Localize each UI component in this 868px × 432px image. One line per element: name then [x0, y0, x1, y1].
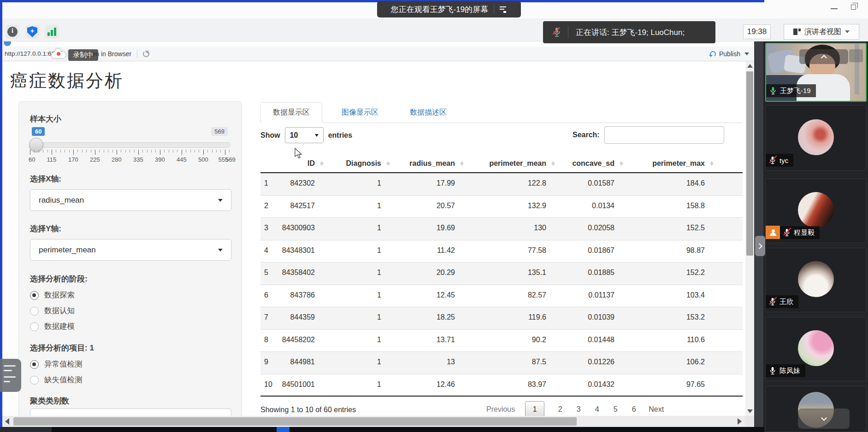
shield-extension-button[interactable] [25, 25, 39, 39]
publish-button[interactable]: Publish [710, 47, 749, 61]
stage-label: 选择分析的阶段: [30, 274, 88, 284]
scroll-down-arrow-icon[interactable] [747, 409, 753, 413]
restore-window-icon[interactable] [851, 5, 856, 10]
notes-panel-handle[interactable] [0, 359, 21, 392]
collapse-videos-button[interactable] [799, 49, 848, 64]
scroll-right-arrow-icon[interactable] [738, 418, 742, 425]
participant-name: tyc [779, 157, 788, 164]
sample-size-slider-track[interactable] [30, 142, 230, 148]
meeting-clock: 19:38 [743, 24, 771, 39]
refresh-icon[interactable] [143, 51, 149, 57]
view-mode-dropdown[interactable]: 演讲者视图 [784, 24, 859, 40]
slider-tick-labels: 60 115 170 225 280 335 390 445 500 555 5… [30, 156, 230, 163]
table-cell: 19.69 [394, 218, 468, 240]
page-button[interactable]: 5 [606, 405, 625, 414]
page-button[interactable]: 6 [625, 405, 643, 414]
previous-page-button[interactable]: Previous [486, 405, 515, 414]
mic-on-green-icon [769, 86, 777, 95]
table-cell: 12.46 [394, 374, 468, 396]
entries-label: entries [328, 131, 352, 140]
now-speaking-text: 正在讲话: 王梦飞-19; LuoChun; [576, 27, 685, 38]
minimize-icon[interactable] [831, 8, 838, 9]
table-cell: 152.2 [627, 263, 718, 285]
banner-menu-icon[interactable] [500, 6, 507, 12]
page-button[interactable]: 3 [569, 405, 588, 414]
slider-max-badge: 569 [211, 127, 228, 136]
participant-tile-chenfengmei[interactable]: 陈凤妹 [765, 317, 867, 381]
horizontal-scrollbar[interactable] [2, 416, 745, 427]
participant-name-tag: 陈凤妹 [766, 364, 805, 377]
table-cell: 135.1 [468, 263, 559, 285]
bottom-edge-strip [0, 427, 764, 432]
search-control: Search: [573, 126, 724, 144]
table-cell: 1 [260, 173, 277, 195]
scroll-left-arrow-icon[interactable] [5, 418, 9, 425]
table-cell: 1 [328, 263, 394, 285]
next-page-button[interactable]: Next [649, 405, 664, 414]
vertical-scrollbar[interactable] [745, 61, 754, 416]
x-axis-value: radius_mean [39, 196, 84, 205]
column-header-radius_mean[interactable]: radius_mean [394, 154, 468, 172]
scroll-up-arrow-icon[interactable] [747, 64, 753, 68]
table-row: 984498111387.50.01226106.2 [260, 352, 743, 374]
page-button[interactable]: 4 [588, 405, 606, 414]
table-cell: 0.01039 [559, 307, 627, 329]
scroll-more-participants-button[interactable] [798, 409, 850, 429]
radio-data-exploration[interactable]: 数据探索 [30, 290, 75, 301]
page-button-current[interactable]: 1 [525, 401, 544, 416]
tab-data-description[interactable]: 数据描述区 [398, 102, 459, 123]
radio-data-modeling[interactable]: 数据建模 [30, 321, 75, 332]
page-button[interactable]: 2 [551, 405, 569, 414]
vertical-scrollbar-thumb[interactable] [746, 71, 753, 256]
watching-screen-text: 您正在观看王梦飞-19的屏幕 [391, 4, 489, 15]
tab-plot-display[interactable]: 图像显示区 [330, 102, 390, 123]
sidebar-panel: 样本大小 60 569 60 115 170 225 280 335 390 4… [18, 101, 242, 416]
shiny-app-viewport: 癌症数据分析 样本大小 60 569 60 115 170 225 280 33… [2, 61, 745, 416]
cluster-count-input[interactable] [30, 409, 231, 416]
participant-tile-chengxianyi[interactable]: 程显毅 [765, 179, 867, 243]
radio-data-cognition[interactable]: 数据认知 [30, 305, 75, 316]
table-cell: 153.2 [627, 307, 718, 329]
table-cell: 9 [260, 352, 277, 374]
column-header-perimeter_mean[interactable]: perimeter_mean [468, 154, 559, 172]
table-cell: 3 [260, 218, 277, 240]
table-cell: 84358402 [277, 263, 328, 285]
radio-icon [30, 322, 39, 331]
participant-tile-tyc[interactable]: tyc [765, 105, 867, 171]
participant-tile-partial[interactable] [765, 386, 867, 432]
radio-label: 缺失值检测 [44, 375, 83, 385]
column-header-Diagnosis[interactable]: Diagnosis [328, 154, 394, 172]
table-cell: 10 [260, 374, 277, 396]
column-header-perimeter_max[interactable]: perimeter_max [627, 154, 718, 172]
x-axis-select[interactable]: radius_mean [30, 189, 231, 211]
participant-tile-wangmengfei[interactable]: 王梦飞-19 [765, 43, 867, 102]
mic-on-icon [769, 366, 776, 375]
sidebar-collapse-handle[interactable] [755, 236, 765, 256]
radio-icon [30, 376, 39, 385]
avatar [798, 330, 834, 366]
participant-name-tag: 王梦飞-19 [766, 84, 816, 97]
page-size-select[interactable]: 10 [285, 127, 324, 143]
table-cell: 152.5 [627, 218, 718, 240]
table-row: 1084501001112.4683.970.0143297.65 [260, 374, 743, 397]
column-header-concave_sd[interactable]: concave_sd [559, 154, 627, 172]
y-axis-select[interactable]: perimeter_mean [30, 239, 231, 261]
pagination: Previous 1 2 3 4 5 6 Next [486, 401, 664, 416]
radio-missing-detection[interactable]: 缺失值检测 [30, 374, 83, 385]
pin-video-button[interactable] [849, 49, 863, 62]
sort-icon [551, 161, 555, 166]
search-input[interactable] [604, 126, 724, 144]
info-extension-button[interactable] [6, 25, 19, 39]
sort-icon [620, 161, 623, 166]
table-cell: 17.99 [394, 173, 468, 195]
table-cell: 843786 [277, 285, 328, 307]
table-row: 6843786112.4582.570.01137103.4 [260, 285, 743, 308]
participant-tile-wangxin[interactable]: 王欣 [765, 248, 867, 312]
tab-data-display[interactable]: 数据显示区 [260, 102, 322, 123]
stats-extension-button[interactable] [45, 25, 59, 39]
view-mode-label: 演讲者视图 [804, 27, 841, 37]
horizontal-scrollbar-thumb[interactable] [13, 417, 577, 426]
radio-outlier-detection[interactable]: 异常值检测 [30, 359, 83, 370]
tick-label: 335 [133, 156, 143, 163]
column-header-r[interactable]: r [718, 154, 743, 172]
